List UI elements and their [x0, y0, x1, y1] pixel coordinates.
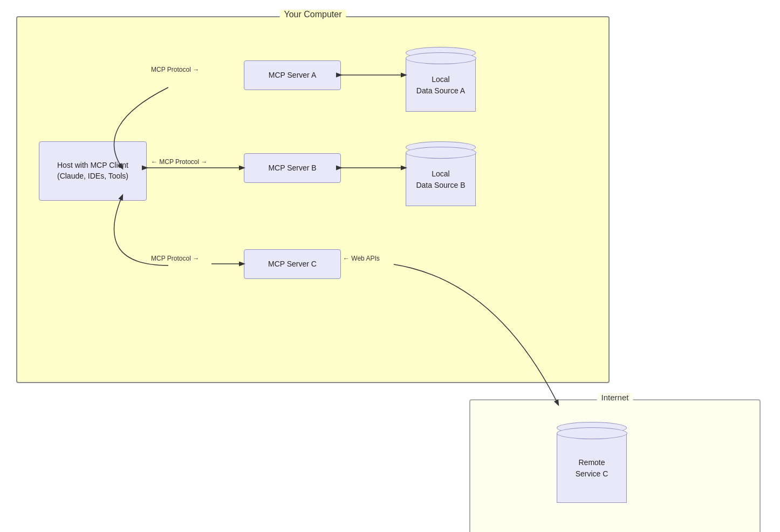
internet-label: Internet	[597, 393, 633, 402]
computer-box: Your Computer Host with MCP Client(Claud…	[16, 16, 610, 383]
local-data-a-cylinder: LocalData Source A	[406, 47, 476, 112]
cyl-top-b	[406, 141, 476, 153]
computer-label: Your Computer	[279, 10, 346, 19]
mcp-server-c-label: MCP Server C	[268, 259, 317, 270]
cyl-body-remote: RemoteService C	[557, 434, 627, 503]
mcp-server-a-label: MCP Server A	[269, 70, 316, 81]
remote-service-cylinder: RemoteService C	[557, 422, 627, 503]
cyl-top-remote	[557, 422, 627, 434]
local-data-b-cylinder: LocalData Source B	[406, 141, 476, 206]
mcp-protocol-a-label: MCP Protocol →	[151, 66, 199, 73]
cyl-body-a: LocalData Source A	[406, 59, 476, 112]
host-client-label: Host with MCP Client(Claude, IDEs, Tools…	[57, 160, 128, 181]
web-apis-label: ← Web APIs	[343, 255, 380, 262]
host-client-box: Host with MCP Client(Claude, IDEs, Tools…	[39, 141, 147, 201]
internet-box: Internet RemoteService C	[469, 399, 761, 532]
mcp-protocol-b-label: ← MCP Protocol →	[151, 158, 207, 166]
mcp-server-c-box: MCP Server C	[244, 249, 341, 279]
mcp-server-a-box: MCP Server A	[244, 60, 341, 90]
cyl-body-b: LocalData Source B	[406, 153, 476, 206]
cyl-top-a	[406, 47, 476, 59]
diagram-container: Your Computer Host with MCP Client(Claud…	[11, 11, 769, 532]
mcp-server-b-box: MCP Server B	[244, 153, 341, 183]
mcp-protocol-c-label: MCP Protocol →	[151, 255, 199, 262]
mcp-server-b-label: MCP Server B	[268, 163, 316, 174]
